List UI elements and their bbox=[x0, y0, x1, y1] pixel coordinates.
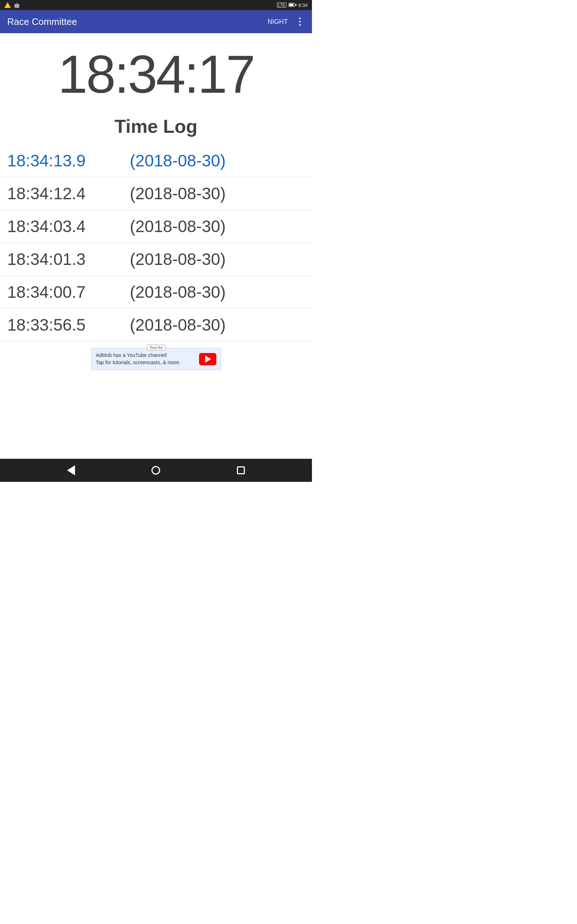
home-icon bbox=[152, 466, 160, 475]
overflow-menu-button[interactable]: ⋮ bbox=[295, 16, 305, 27]
back-button[interactable] bbox=[67, 465, 75, 475]
ad-line1: AdMob has a YouTube channel! bbox=[96, 352, 195, 359]
android-icon: 🤖 bbox=[14, 2, 20, 8]
ad-container: Test Ad AdMob has a YouTube channel! Tap… bbox=[0, 344, 312, 373]
status-bar: 🤖 LTE 6:34 bbox=[0, 0, 312, 10]
battery-icon bbox=[288, 3, 297, 8]
ad-banner[interactable]: Test Ad AdMob has a YouTube channel! Tap… bbox=[91, 348, 221, 370]
log-entry-time: 18:34:12.4 bbox=[7, 184, 115, 203]
log-entry-date: (2018-08-30) bbox=[130, 249, 226, 269]
log-entry-date: (2018-08-30) bbox=[130, 282, 226, 302]
log-entry-time: 18:34:03.4 bbox=[7, 216, 115, 236]
youtube-button[interactable] bbox=[199, 353, 216, 365]
clock-display: 18:34:17 bbox=[7, 48, 305, 101]
log-entry[interactable]: 18:34:13.9(2018-08-30) bbox=[0, 144, 312, 177]
lte-indicator: LTE bbox=[277, 3, 286, 8]
log-entry-date: (2018-08-30) bbox=[130, 151, 226, 170]
recents-icon bbox=[237, 466, 245, 474]
log-entry-date: (2018-08-30) bbox=[130, 315, 226, 334]
log-entry-date: (2018-08-30) bbox=[130, 184, 226, 203]
status-time: 6:34 bbox=[298, 3, 308, 8]
play-icon bbox=[205, 355, 211, 363]
alert-icon bbox=[4, 2, 11, 8]
recents-button[interactable] bbox=[237, 466, 245, 474]
log-entry-time: 18:33:56.5 bbox=[7, 315, 115, 334]
ad-text: AdMob has a YouTube channel! Tap for tut… bbox=[96, 352, 195, 366]
log-entry[interactable]: 18:33:56.5(2018-08-30) bbox=[0, 309, 312, 341]
app-bar-actions: NIGHT ⋮ bbox=[268, 16, 305, 27]
nav-bar bbox=[0, 459, 312, 482]
timelog-section: Time Log bbox=[0, 108, 312, 144]
clock-section: 18:34:17 bbox=[0, 33, 312, 108]
log-entry[interactable]: 18:34:03.4(2018-08-30) bbox=[0, 210, 312, 243]
log-entry-time: 18:34:13.9 bbox=[7, 151, 115, 170]
app-title: Race Committee bbox=[7, 16, 77, 27]
log-entry[interactable]: 18:34:12.4(2018-08-30) bbox=[0, 177, 312, 210]
timelog-title: Time Log bbox=[7, 115, 305, 137]
log-entry-date: (2018-08-30) bbox=[130, 216, 226, 236]
app-bar: Race Committee NIGHT ⋮ bbox=[0, 10, 312, 33]
log-entry-time: 18:34:01.3 bbox=[7, 249, 115, 269]
status-bar-left: 🤖 bbox=[4, 2, 20, 8]
log-entry[interactable]: 18:34:00.7(2018-08-30) bbox=[0, 276, 312, 309]
log-entry-time: 18:34:00.7 bbox=[7, 282, 115, 302]
home-button[interactable] bbox=[152, 466, 160, 475]
night-button[interactable]: NIGHT bbox=[268, 18, 288, 26]
log-entry[interactable]: 18:34:01.3(2018-08-30) bbox=[0, 243, 312, 276]
ad-line2: Tap for tutorials, screencasts, & more. bbox=[96, 359, 195, 366]
ad-badge: Test Ad bbox=[147, 345, 165, 351]
status-bar-right: LTE 6:34 bbox=[277, 3, 308, 8]
log-list: 18:34:13.9(2018-08-30)18:34:12.4(2018-08… bbox=[0, 144, 312, 341]
back-icon bbox=[67, 465, 75, 475]
